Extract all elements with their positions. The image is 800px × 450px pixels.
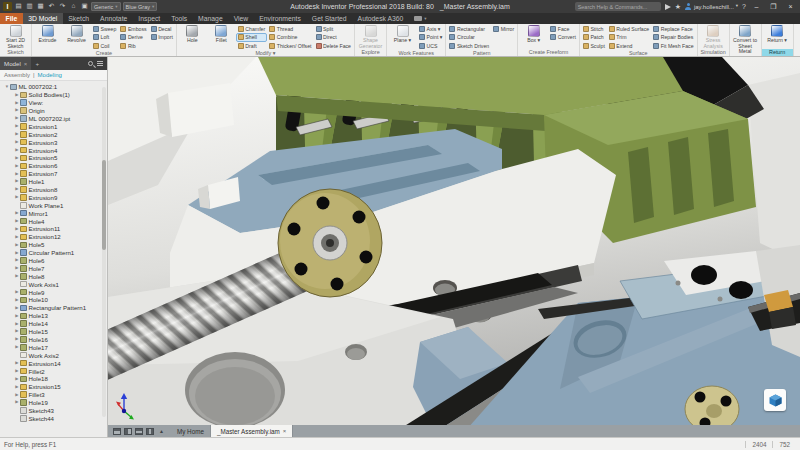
- ribbon-button-convert[interactable]: Convert: [549, 34, 577, 42]
- panel-label-return[interactable]: Return: [762, 49, 793, 56]
- tree-item-rectangular-pattern1[interactable]: ▶Rectangular Pattern1: [0, 304, 107, 312]
- doc-tab-master-assembly-iam[interactable]: _Master Assembly.iam×: [211, 425, 293, 437]
- tree-item-hole6[interactable]: ▶Hole6: [0, 257, 107, 265]
- close-icon[interactable]: ×: [24, 61, 28, 67]
- ribbon-tab-view[interactable]: View: [228, 13, 254, 24]
- panel-label-pattern[interactable]: Pattern: [446, 50, 517, 56]
- ribbon-button-thread[interactable]: Thread: [268, 25, 312, 33]
- tree-item-sketch44[interactable]: Sketch44: [0, 414, 107, 422]
- ribbon-tab-inspect[interactable]: Inspect: [133, 13, 166, 24]
- doc-tab-my-home[interactable]: My Home: [171, 425, 211, 437]
- ribbon-button-point[interactable]: Point ▾: [418, 34, 443, 42]
- ribbon-button-combine[interactable]: Combine: [268, 34, 312, 42]
- browser-tab-model[interactable]: Model ×: [0, 57, 31, 70]
- tree-item-hole1[interactable]: ▶Hole1: [0, 178, 107, 186]
- ribbon-button-stress-analysis[interactable]: Stress Analysis: [700, 25, 727, 49]
- menu-icon[interactable]: [97, 61, 103, 66]
- ribbon-tab-environments[interactable]: Environments: [254, 13, 307, 24]
- signed-in-user[interactable]: jay.holleschill... ▾: [685, 3, 738, 10]
- tree-item-work-axis1[interactable]: Work Axis1: [0, 280, 107, 288]
- cascade-windows-icon[interactable]: [113, 428, 121, 435]
- tree-item-extrusion8[interactable]: ▶Extrusion8: [0, 186, 107, 194]
- tree-item-hole14[interactable]: ▶Hole14: [0, 320, 107, 328]
- tree-item-extrusion14[interactable]: ▶Extrusion14: [0, 359, 107, 367]
- panel-label-sketch[interactable]: Sketch: [0, 49, 31, 56]
- tree-item-hole17[interactable]: ▶Hole17: [0, 343, 107, 351]
- ribbon-button-loft[interactable]: Loft: [92, 34, 117, 42]
- tree-item-ml-0007202-1[interactable]: ▼ML 0007202:1: [0, 83, 107, 91]
- ribbon-button-replace-face[interactable]: Replace Face: [652, 25, 694, 33]
- panel-label-simulation[interactable]: Simulation: [698, 49, 729, 56]
- ribbon-button-extend[interactable]: Extend: [608, 42, 650, 50]
- tree-item-extrusion15[interactable]: ▶Extrusion15: [0, 383, 107, 391]
- material-dropdown[interactable]: Generic▾: [91, 2, 121, 11]
- tree-item-hole18[interactable]: ▶Hole18: [0, 375, 107, 383]
- tree-item-hole16[interactable]: ▶Hole16: [0, 336, 107, 344]
- tree-item-extrusion12[interactable]: ▶Extrusion12: [0, 233, 107, 241]
- help-icon[interactable]: ?: [742, 3, 746, 10]
- split-windows-icon[interactable]: [146, 428, 154, 435]
- tree-item-hole19[interactable]: ▶Hole19: [0, 399, 107, 407]
- tree-item-fillet2[interactable]: ▶Fillet2: [0, 367, 107, 375]
- ribbon-button-return[interactable]: Return ▾: [764, 25, 791, 44]
- ribbon-tab-sketch[interactable]: Sketch: [63, 13, 95, 24]
- minimize-button[interactable]: –: [750, 1, 763, 12]
- ribbon-button-rib[interactable]: Rib: [119, 42, 147, 50]
- tree-item-sketch43[interactable]: Sketch43: [0, 407, 107, 415]
- inventor-logo-icon[interactable]: I: [3, 2, 12, 11]
- ribbon-button-circular[interactable]: Circular: [448, 34, 490, 42]
- viewport-3d[interactable]: ▲ My Home_Master Assembly.iam×: [108, 57, 800, 437]
- breadcrumb-assembly[interactable]: Assembly: [4, 72, 30, 78]
- search-icon[interactable]: [88, 61, 93, 66]
- search-help-input[interactable]: Search Help & Commands...: [575, 2, 661, 11]
- ribbon-button-axis[interactable]: Axis ▾: [418, 25, 443, 33]
- stack-windows-icon[interactable]: [135, 428, 143, 435]
- tree-item-extrusion2[interactable]: ▶Extrusion2: [0, 130, 107, 138]
- tree-item-origin[interactable]: ▶Origin: [0, 107, 107, 115]
- panel-label-explore[interactable]: Explore: [355, 49, 386, 56]
- close-icon[interactable]: ×: [283, 428, 287, 434]
- home-icon[interactable]: ⌂: [69, 2, 78, 11]
- tree-item-extrusion5[interactable]: ▶Extrusion5: [0, 154, 107, 162]
- ribbon-tab-file[interactable]: File: [0, 13, 23, 24]
- ribbon-display-options-icon[interactable]: ▾: [409, 13, 432, 24]
- redo-icon[interactable]: ↷: [58, 2, 67, 11]
- tree-item-extrusion11[interactable]: ▶Extrusion11: [0, 225, 107, 233]
- ribbon-button-direct[interactable]: Direct: [315, 34, 352, 42]
- ribbon-button-box[interactable]: Box ▾: [520, 25, 547, 44]
- ribbon-button-draft[interactable]: Draft: [237, 42, 266, 50]
- tree-item-hole13[interactable]: ▶Hole13: [0, 312, 107, 320]
- ribbon-button-repair-bodies[interactable]: Repair Bodies: [652, 34, 694, 42]
- tree-item-view[interactable]: ▶View:: [0, 99, 107, 107]
- add-browser-tab-button[interactable]: +: [31, 60, 43, 67]
- ribbon-button-delete-face[interactable]: Delete Face: [315, 42, 352, 50]
- ribbon-button-face[interactable]: Face: [549, 25, 577, 33]
- ribbon-button-rectangular[interactable]: Rectangular: [448, 25, 490, 33]
- ribbon-button-chamfer[interactable]: Chamfer: [237, 25, 266, 33]
- ribbon-tab-manage[interactable]: Manage: [193, 13, 229, 24]
- ribbon-button-fillet[interactable]: Fillet: [208, 25, 235, 44]
- tree-item-extrusion3[interactable]: ▶Extrusion3: [0, 138, 107, 146]
- new-document-icon[interactable]: ▤: [14, 2, 23, 11]
- ribbon-button-ucs[interactable]: UCS: [418, 42, 443, 50]
- ribbon-button-revolve[interactable]: Revolve: [63, 25, 90, 44]
- tree-item-hole10[interactable]: ▶Hole10: [0, 296, 107, 304]
- tree-scrollbar[interactable]: [102, 87, 106, 417]
- close-button[interactable]: ×: [784, 1, 797, 12]
- tree-item-hole9[interactable]: ▶Hole9: [0, 288, 107, 296]
- ribbon-button-fit-mesh-face[interactable]: Fit Mesh Face: [652, 42, 694, 50]
- appearance-dropdown[interactable]: Blue Gray▾: [123, 2, 158, 11]
- restore-button[interactable]: ❐: [767, 1, 780, 12]
- ribbon-button-patch[interactable]: Patch: [582, 34, 606, 42]
- ribbon-button-hole[interactable]: Hole: [179, 25, 206, 44]
- ribbon-tab-annotate[interactable]: Annotate: [95, 13, 133, 24]
- tree-item-work-plane1[interactable]: Work Plane1: [0, 201, 107, 209]
- ribbon-button-start-2d-sketch[interactable]: Start 2D Sketch: [2, 25, 29, 49]
- tree-item-extrusion1[interactable]: ▶Extrusion1: [0, 122, 107, 130]
- tree-item-hole7[interactable]: ▶Hole7: [0, 264, 107, 272]
- tree-item-hole4[interactable]: ▶Hole4: [0, 217, 107, 225]
- send-icon[interactable]: [665, 4, 671, 10]
- ribbon-tab-autodesk-a360[interactable]: Autodesk A360: [352, 13, 409, 24]
- tree-item-extrusion4[interactable]: ▶Extrusion4: [0, 146, 107, 154]
- tree-item-hole5[interactable]: ▶Hole5: [0, 241, 107, 249]
